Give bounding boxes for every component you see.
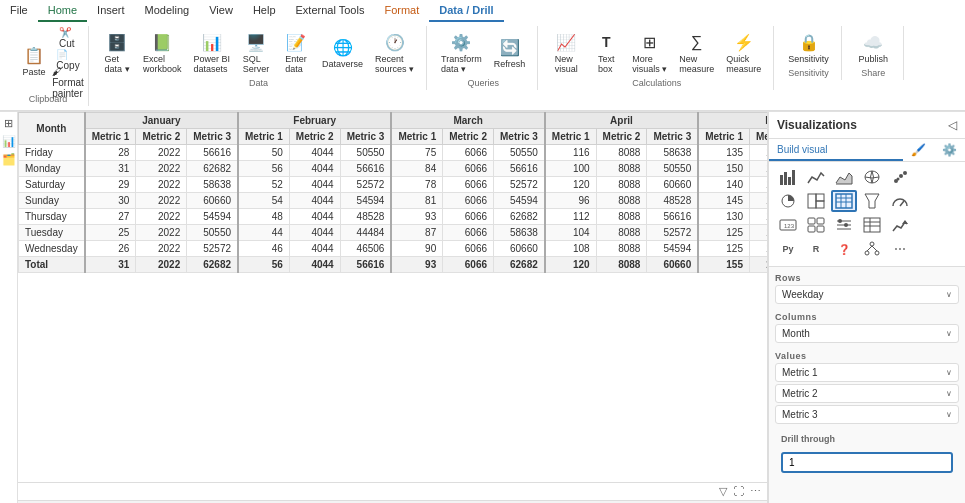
svg-point-37 [865, 251, 869, 255]
viz-icon-pie[interactable] [775, 190, 801, 212]
rows-value[interactable]: Weekday ∨ [775, 285, 959, 304]
cell-feb-m3: 44484 [340, 225, 391, 241]
viz-icon-gauge[interactable] [887, 190, 913, 212]
excel-button[interactable]: 📗 Excelworkbook [139, 28, 186, 76]
sql-button[interactable]: 🖥️ SQLServer [238, 28, 274, 76]
tab-paint-brush[interactable]: 🖌️ [903, 139, 934, 161]
viz-icon-card[interactable]: 123 [775, 214, 801, 236]
tab-help[interactable]: Help [243, 0, 286, 22]
metric3-chevron: ∨ [946, 410, 952, 419]
focus-icon[interactable]: ⛶ [733, 485, 744, 498]
viz-icon-decomp[interactable] [859, 238, 885, 260]
svg-rect-13 [836, 194, 852, 208]
viz-icon-scatter[interactable] [887, 166, 913, 188]
ribbon-content: 📋 Paste ✂️ Cut 📄 Copy 🖌 Format painter C… [0, 22, 965, 111]
new-visual-button[interactable]: 📈 Newvisual [548, 28, 584, 76]
collapse-button[interactable]: ◁ [948, 118, 957, 132]
cell-mar-m1: 75 [391, 145, 442, 161]
viz-icon-qna[interactable]: ❓ [831, 238, 857, 260]
mar-m3: Metric 3 [494, 129, 545, 145]
publish-button[interactable]: ☁️ Publish [855, 28, 893, 66]
dataverse-button[interactable]: 🌐 Dataverse [318, 33, 367, 71]
enter-data-button[interactable]: 📝 Enterdata [278, 28, 314, 76]
viz-icon-matrix[interactable] [831, 190, 857, 212]
cell-apr-m2: 8088 [596, 177, 647, 193]
viz-icon-area[interactable] [831, 166, 857, 188]
viz-icon-python[interactable]: Py [775, 238, 801, 260]
format-painter-button[interactable]: 🖌 Format painter [56, 72, 80, 92]
tab-format[interactable]: Format [374, 0, 429, 22]
metric3-value[interactable]: Metric 3 ∨ [775, 405, 959, 424]
viz-icon-map[interactable] [859, 166, 885, 188]
new-visual-icon: 📈 [554, 30, 578, 54]
get-data-button[interactable]: 🗄️ Getdata ▾ [99, 28, 135, 76]
tab-settings[interactable]: ⚙️ [934, 139, 965, 161]
refresh-button[interactable]: 🔄 Refresh [490, 33, 530, 71]
cell-mar-m1: 93 [391, 209, 442, 225]
cell-feb-m1: 44 [238, 225, 289, 241]
tab-file[interactable]: File [0, 0, 38, 22]
january-header: January [85, 113, 238, 129]
text-box-button[interactable]: T Textbox [588, 28, 624, 76]
viz-icon-funnel[interactable] [859, 190, 885, 212]
table-wrapper[interactable]: Month January February March April May J… [18, 112, 767, 482]
tab-home[interactable]: Home [38, 0, 87, 22]
excel-label: Excelworkbook [143, 54, 182, 74]
tab-build-visual[interactable]: Build visual [769, 140, 903, 161]
svg-line-39 [867, 246, 872, 251]
cell-mar-m2: 6066 [443, 209, 494, 225]
viz-icon-table[interactable] [859, 214, 885, 236]
metric1-value[interactable]: Metric 1 ∨ [775, 363, 959, 382]
viz-icon-slicer[interactable] [831, 214, 857, 236]
cell-apr-m2: 8088 [596, 161, 647, 177]
drill-input[interactable] [781, 452, 953, 473]
viz-icon-kpi[interactable] [887, 214, 913, 236]
nav-icon-3[interactable]: 🗂️ [2, 152, 16, 166]
nav-icon-1[interactable]: ⊞ [2, 116, 16, 130]
tab-view[interactable]: View [199, 0, 243, 22]
rows-text: Weekday [782, 289, 824, 300]
weekday-cell: Total [19, 257, 85, 273]
viz-icon-bar[interactable] [775, 166, 801, 188]
svg-rect-10 [808, 194, 816, 208]
cell-may-m2: 10110 [750, 209, 768, 225]
quick-measure-button[interactable]: ⚡ Quickmeasure [722, 28, 765, 76]
powerbi-button[interactable]: 📊 Power BIdatasets [190, 28, 235, 76]
recent-sources-button[interactable]: 🕐 Recentsources ▾ [371, 28, 418, 76]
cell-apr-m1: 100 [545, 161, 596, 177]
cell-jan-m3: 58638 [187, 177, 238, 193]
tab-data-drill[interactable]: Data / Drill [429, 0, 503, 22]
cell-may-m1: 140 [698, 177, 749, 193]
cell-jan-m1: 29 [85, 177, 136, 193]
cell-mar-m3: 56616 [494, 161, 545, 177]
more-visuals-button[interactable]: ⊞ Morevisuals ▾ [628, 28, 671, 76]
nav-icon-2[interactable]: 📊 [2, 134, 16, 148]
metric2-value[interactable]: Metric 2 ∨ [775, 384, 959, 403]
sensitivity-button[interactable]: 🔒 Sensitivity [784, 28, 833, 66]
cell-mar-m1: 84 [391, 161, 442, 177]
cell-apr-m1: 112 [545, 209, 596, 225]
get-data-icon: 🗄️ [105, 30, 129, 54]
cell-apr-m3: 56616 [647, 209, 698, 225]
calculations-icons: 📈 Newvisual T Textbox ⊞ Morevisuals ▾ ∑ … [548, 28, 765, 76]
tab-modeling[interactable]: Modeling [135, 0, 200, 22]
viz-icon-treemap[interactable] [803, 190, 829, 212]
cut-button[interactable]: ✂️ Cut [56, 28, 80, 48]
columns-value[interactable]: Month ∨ [775, 324, 959, 343]
transform-button[interactable]: ⚙️ Transformdata ▾ [437, 28, 486, 76]
viz-icon-line[interactable] [803, 166, 829, 188]
tab-insert[interactable]: Insert [87, 0, 135, 22]
viz-icon-r[interactable]: R [803, 238, 829, 260]
new-measure-label: Newmeasure [679, 54, 714, 74]
cell-feb-m1: 54 [238, 193, 289, 209]
cell-apr-m3: 60660 [647, 257, 698, 273]
filter-icon[interactable]: ▽ [719, 485, 727, 498]
new-measure-button[interactable]: ∑ Newmeasure [675, 28, 718, 76]
viz-icon-more[interactable]: ⋯ [887, 238, 913, 260]
recent-sources-label: Recentsources ▾ [375, 54, 414, 74]
more-icon[interactable]: ⋯ [750, 485, 761, 498]
tab-external-tools[interactable]: External Tools [286, 0, 375, 22]
cell-mar-m3: 50550 [494, 145, 545, 161]
viz-icon-multicard[interactable] [803, 214, 829, 236]
paste-button[interactable]: 📋 Paste [16, 41, 52, 79]
